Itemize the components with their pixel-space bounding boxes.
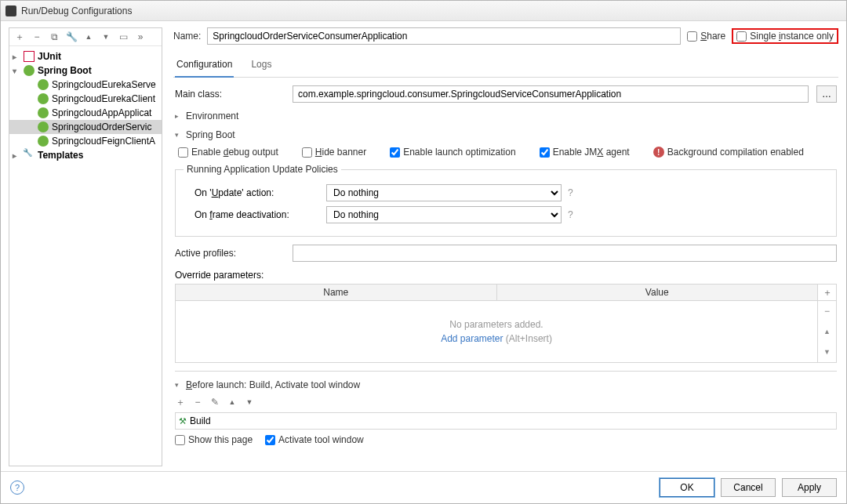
dialog-body: ＋ − ⧉ 🔧 ▲ ▼ ▭ » ▸ JUnit ▾ Spring Boot (1, 21, 846, 471)
bl-edit-icon[interactable]: ✎ (209, 397, 220, 408)
cancel-button[interactable]: Cancel (721, 478, 776, 497)
junit-icon (24, 51, 35, 62)
bl-down-icon[interactable]: ▼ (244, 397, 255, 408)
bl-remove-icon[interactable]: − (192, 397, 203, 408)
params-remove-button[interactable]: − (818, 301, 836, 321)
tree-label: SpringcloudFeignClientA (52, 136, 155, 147)
on-frame-select[interactable]: Do nothing (326, 206, 562, 223)
params-add-button[interactable]: ＋ (818, 284, 837, 301)
help-icon[interactable]: ? (568, 209, 573, 220)
tree-node-spring-boot[interactable]: ▾ Spring Boot (9, 63, 162, 78)
on-update-label: On 'Update' action: (194, 187, 320, 198)
before-launch-list[interactable]: ⚒ Build (175, 412, 837, 430)
tree-label: SpringcloudEurekaServe (52, 79, 156, 90)
chevron-right-icon: ▸ (13, 53, 20, 61)
params-side-buttons: − ▲ ▼ (817, 301, 836, 362)
main-class-row: Main class: … (175, 85, 837, 103)
update-policies-legend: Running Application Update Policies (184, 164, 341, 175)
environment-label: Environment (186, 111, 238, 121)
bl-add-icon[interactable]: ＋ (175, 397, 186, 408)
tree-node-templates[interactable]: ▸ Templates (9, 148, 162, 162)
params-down-button[interactable]: ▼ (818, 342, 836, 362)
environment-section-header[interactable]: ▸ Environment (175, 111, 837, 121)
tab-logs[interactable]: Logs (249, 54, 273, 77)
on-update-select[interactable]: Do nothing (326, 184, 562, 201)
spring-icon (38, 79, 49, 90)
params-col-name: Name (176, 285, 497, 300)
copy-config-icon[interactable]: ⧉ (49, 31, 60, 42)
tree-label: SpringcloudOrderServic (52, 121, 151, 132)
apply-button[interactable]: Apply (782, 478, 837, 497)
active-profiles-input[interactable] (293, 245, 837, 262)
main-class-input[interactable] (293, 85, 809, 103)
dialog-footer: ? OK Cancel Apply (1, 471, 846, 503)
single-instance-checkbox-input[interactable] (736, 31, 747, 42)
add-config-icon[interactable]: ＋ (14, 31, 25, 42)
before-launch-header[interactable]: ▾ Before launch: Build, Activate tool wi… (175, 379, 837, 390)
tree-label: SpringcloudEurekaClient (52, 93, 155, 104)
spring-icon (38, 107, 49, 118)
tree-node-spring-child[interactable]: SpringcloudEurekaClient (9, 92, 162, 106)
intellij-icon (5, 5, 16, 16)
params-up-button[interactable]: ▲ (818, 321, 836, 342)
share-checkbox-input[interactable] (687, 31, 697, 42)
chevron-right-icon: ▸ (175, 112, 183, 120)
titlebar: Run/Debug Configurations (1, 1, 846, 21)
move-down-icon[interactable]: ▼ (100, 31, 111, 42)
folder-icon[interactable]: ▭ (118, 31, 129, 42)
update-policies-fieldset: Running Application Update Policies On '… (175, 164, 837, 237)
config-tree: ▸ JUnit ▾ Spring Boot SpringcloudEurekaS… (9, 46, 162, 466)
build-icon: ⚒ (179, 416, 187, 426)
browse-main-class-button[interactable]: … (816, 85, 837, 103)
override-params-table: Name Value ＋ (175, 284, 837, 301)
tree-node-junit[interactable]: ▸ JUnit (9, 49, 162, 63)
show-this-page-checkbox[interactable]: Show this page (175, 434, 253, 445)
tree-label: Templates (38, 150, 83, 161)
enable-debug-checkbox[interactable]: Enable debug output (178, 147, 278, 158)
chevron-down-icon: ▾ (175, 131, 183, 139)
separator (175, 371, 837, 372)
chevron-down-icon: ▾ (13, 67, 20, 75)
tree-node-spring-child[interactable]: SpringcloudEurekaServe (9, 78, 162, 92)
config-tabs: Configuration Logs (173, 54, 838, 78)
ok-button[interactable]: OK (660, 478, 714, 497)
bg-compile-warning: ! Background compilation enabled (653, 147, 804, 158)
tree-node-spring-child[interactable]: SpringcloudAppApplicat (9, 106, 162, 120)
remove-config-icon[interactable]: − (31, 31, 42, 42)
spring-icon (38, 93, 49, 104)
spring-icon (38, 121, 49, 132)
activate-tool-window-checkbox[interactable]: Activate tool window (265, 434, 364, 445)
add-parameter-link[interactable]: Add parameter (441, 333, 503, 344)
window-title: Run/Debug Configurations (21, 5, 132, 16)
name-row: Name: Share Single instance only (173, 27, 838, 45)
spring-icon (38, 136, 49, 147)
tab-configuration[interactable]: Configuration (175, 54, 234, 78)
tree-node-spring-child[interactable]: SpringcloudFeignClientA (9, 134, 162, 148)
edit-defaults-icon[interactable]: 🔧 (66, 31, 77, 42)
move-up-icon[interactable]: ▲ (83, 31, 94, 42)
params-body-wrap: No parameters added. Add parameter (Alt+… (175, 301, 837, 363)
single-instance-highlight: Single instance only (732, 28, 838, 44)
sidebar-toolbar: ＋ − ⧉ 🔧 ▲ ▼ ▭ » (9, 28, 162, 46)
name-input[interactable] (207, 27, 681, 45)
wrench-icon (24, 150, 35, 161)
warning-icon: ! (653, 147, 664, 158)
params-header: Name Value (175, 284, 818, 301)
share-checkbox[interactable]: Share (687, 31, 725, 42)
help-button[interactable]: ? (10, 480, 24, 495)
bg-compile-label: Background compilation enabled (667, 147, 804, 158)
spring-boot-section-header[interactable]: ▾ Spring Boot (175, 129, 837, 140)
enable-launch-opt-checkbox[interactable]: Enable launch optimization (390, 147, 515, 158)
active-profiles-row: Active profiles: (175, 245, 837, 262)
enable-jmx-checkbox[interactable]: Enable JMX agent (540, 147, 630, 158)
expand-icon[interactable]: » (135, 31, 146, 42)
run-debug-config-window: Run/Debug Configurations ＋ − ⧉ 🔧 ▲ ▼ ▭ »… (0, 0, 847, 504)
hide-banner-checkbox[interactable]: Hide banner (302, 147, 366, 158)
single-instance-checkbox[interactable]: Single instance only (736, 31, 834, 42)
build-task-label: Build (190, 415, 211, 426)
before-launch-options: Show this page Activate tool window (175, 434, 837, 445)
help-icon[interactable]: ? (568, 187, 573, 198)
tree-node-spring-child-selected[interactable]: SpringcloudOrderServic (9, 120, 162, 134)
bl-up-icon[interactable]: ▲ (227, 397, 238, 408)
tree-label: JUnit (38, 51, 61, 62)
